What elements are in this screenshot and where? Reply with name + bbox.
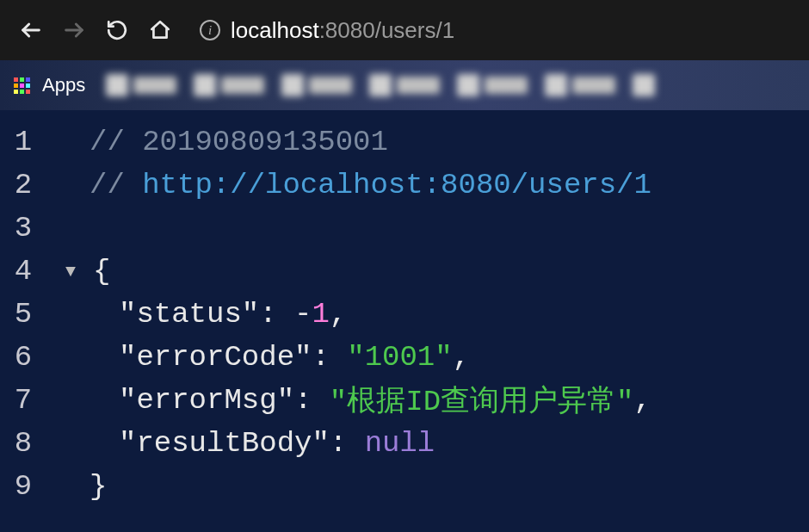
json-string: "1001" — [347, 341, 452, 374]
bookmark-item[interactable] — [633, 74, 655, 96]
brace-close: } — [90, 470, 107, 503]
line-number: 8 — [0, 422, 46, 465]
apps-label[interactable]: Apps — [42, 74, 85, 96]
json-viewer: 1 2 3 4 5 6 7 8 9 // 20190809135001 // h… — [0, 110, 809, 532]
code-line: "status": -1, — [60, 293, 809, 336]
json-null: null — [365, 427, 435, 460]
code-line — [60, 207, 809, 250]
bookmark-item[interactable] — [545, 74, 615, 96]
home-button[interactable] — [146, 16, 174, 44]
line-number: 1 — [0, 121, 46, 164]
back-button[interactable] — [17, 16, 45, 44]
json-number: 1 — [312, 298, 329, 331]
url-path: :8080/users/1 — [319, 17, 455, 43]
code-line: ▼{ — [60, 250, 809, 293]
apps-icon[interactable] — [14, 77, 30, 94]
bookmark-item[interactable] — [194, 74, 264, 96]
code-area: // 20190809135001 // http://localhost:80… — [46, 110, 809, 532]
json-key: "errorMsg" — [119, 384, 294, 417]
json-key: "resultBody" — [119, 427, 330, 460]
brace-open: { — [93, 255, 110, 288]
json-key: "status" — [119, 298, 259, 331]
line-number: 6 — [0, 336, 46, 379]
line-number: 7 — [0, 379, 46, 422]
line-number: 9 — [0, 465, 46, 508]
code-line: // 20190809135001 — [60, 121, 809, 164]
site-info-icon[interactable]: i — [200, 20, 220, 40]
code-line: "errorCode": "1001", — [60, 336, 809, 379]
bookmark-item[interactable] — [457, 74, 528, 96]
line-number-gutter: 1 2 3 4 5 6 7 8 9 — [0, 110, 46, 532]
comment-prefix: // — [90, 169, 142, 201]
bookmarks-bar: Apps — [0, 60, 809, 110]
code-line: "resultBody": null — [60, 422, 809, 465]
json-string: "根据ID查询用户异常" — [330, 380, 634, 420]
reload-button[interactable] — [103, 16, 131, 44]
line-number: 3 — [0, 207, 46, 250]
url-text: localhost:8080/users/1 — [231, 17, 454, 44]
browser-toolbar: i localhost:8080/users/1 — [0, 0, 809, 60]
code-line: } — [60, 465, 809, 508]
line-number: 4 — [0, 250, 46, 293]
comment: // 20190809135001 — [90, 126, 388, 158]
line-number: 2 — [0, 164, 46, 207]
line-number: 5 — [0, 293, 46, 336]
bookmark-item[interactable] — [106, 74, 176, 96]
code-line: "errorMsg": "根据ID查询用户异常", — [60, 379, 809, 422]
bookmark-item[interactable] — [369, 74, 440, 96]
bookmark-item[interactable] — [281, 74, 352, 96]
code-line: // http://localhost:8080/users/1 — [60, 164, 809, 207]
forward-button[interactable] — [60, 16, 88, 44]
json-key: "errorCode" — [119, 341, 312, 374]
url-bar[interactable]: i localhost:8080/users/1 — [200, 17, 792, 44]
bookmark-items — [106, 74, 655, 96]
comment-url: http://localhost:8080/users/1 — [142, 169, 652, 201]
url-host: localhost — [231, 17, 319, 43]
